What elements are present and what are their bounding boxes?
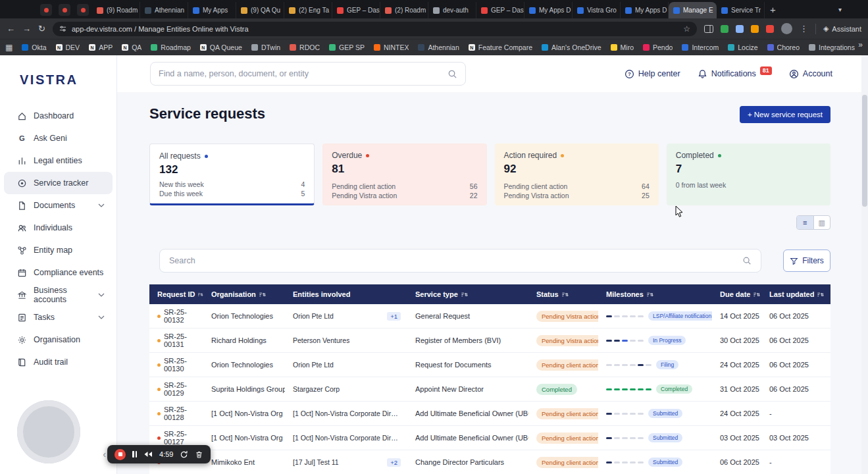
bookmark-item[interactable]: Okta [18, 42, 50, 53]
bookmark-item[interactable]: RDOC [286, 42, 324, 53]
browser-tab[interactable]: My Apps [188, 2, 236, 18]
new-service-request-button[interactable]: + New service request [740, 106, 830, 123]
pinned-tab[interactable] [77, 4, 89, 16]
back-icon[interactable]: ← [7, 24, 15, 33]
browser-tab[interactable]: My Apps D [524, 2, 573, 18]
browser-tab[interactable]: (2) Roadm [380, 2, 428, 18]
extension-icon[interactable] [766, 25, 774, 33]
bookmark-item[interactable]: Miro [607, 42, 638, 53]
table-header-cell[interactable]: Organisation [203, 290, 285, 298]
table-row[interactable]: SR-25-00128 [1 Oct] Non-Vistra Org [1 Oc… [149, 402, 830, 426]
browser-tab[interactable]: Service Tr [717, 2, 765, 18]
bookmark-item[interactable]: NINTEX [370, 42, 413, 53]
bookmark-item[interactable]: N DEV [52, 42, 84, 53]
reload-icon[interactable]: ↻ [38, 24, 45, 33]
kebab-menu-icon[interactable]: ⋮ [800, 24, 808, 33]
bookmark-item[interactable]: N Feature Compare [465, 42, 536, 53]
browser-tab[interactable]: (9) QA Qu [236, 2, 284, 18]
table-search[interactable] [159, 249, 761, 273]
browser-tab[interactable]: Vistra Gro [573, 2, 621, 18]
table-header-cell[interactable]: Request ID [149, 290, 203, 298]
pause-recording-button[interactable] [132, 451, 137, 458]
sort-icon[interactable] [817, 291, 824, 298]
sort-icon[interactable] [197, 291, 203, 298]
tab-list-chevron-icon[interactable]: ▾ [838, 6, 842, 13]
sort-icon[interactable] [461, 291, 468, 298]
sidebar-item-tasks[interactable]: Tasks [4, 306, 113, 329]
notifications-button[interactable]: Notifications 81 [698, 69, 772, 79]
table-header-cell[interactable]: Milestones [598, 290, 712, 298]
board-view-button[interactable]: ▥ [813, 216, 830, 229]
table-row[interactable]: Mimikoko Ent [17 Jul] Test 11 +2 Change … [149, 450, 830, 474]
sort-icon[interactable] [561, 291, 569, 298]
extension-icon[interactable] [736, 25, 744, 33]
table-row[interactable]: SR-25-00130 Orion Technologies Orion Pte… [149, 353, 830, 377]
sidebar-collapse-chevron[interactable]: ‹ [103, 449, 106, 460]
table-row[interactable]: SR-25-00132 Orion Technologies Orion Pte… [149, 304, 830, 329]
table-header-cell[interactable]: Last updated [761, 290, 830, 298]
bookmark-item[interactable]: Pendo [639, 42, 677, 53]
sidebar-item-compliance-events[interactable]: Compliance events [4, 261, 113, 284]
forward-icon[interactable]: → [22, 24, 31, 33]
table-row[interactable]: SR-25-00127 [1 Oct] Non-Vistra Org [1 Oc… [149, 426, 830, 450]
sidebar-item-audit-trail[interactable]: Audit trail [4, 351, 113, 373]
address-bar[interactable]: app-dev.vistra.com / Manage Entities Onl… [53, 22, 697, 36]
bookmark-item[interactable]: Integrations [805, 42, 859, 53]
sidebar-item-ask-geni[interactable]: G Ask Geni [4, 127, 113, 149]
browser-tab[interactable]: (9) Roadm [92, 2, 140, 18]
card-action-required[interactable]: Action required 92 Pending client action… [495, 144, 659, 205]
browser-tab[interactable]: My Apps D [621, 2, 669, 18]
table-header-cell[interactable]: Entities involved [285, 290, 407, 298]
browser-tab[interactable]: Manage E [669, 2, 717, 18]
card-overdue[interactable]: Overdue 81 Pending client action56 Pendi… [322, 144, 486, 205]
table-header-cell[interactable]: Service type [407, 290, 528, 298]
sort-icon[interactable] [259, 291, 266, 298]
bookmark-item[interactable]: Intercom [678, 42, 723, 53]
sidebar-item-entity-map[interactable]: Entity map [4, 239, 113, 261]
scrollbar-thumb[interactable] [862, 95, 867, 207]
browser-tab[interactable]: GEP – Das [332, 2, 380, 18]
extension-icon[interactable] [751, 25, 759, 33]
table-search-input[interactable] [169, 256, 737, 265]
pinned-tab[interactable] [40, 4, 52, 16]
apps-grid-icon[interactable]: ▦ [5, 43, 13, 52]
side-panel-icon[interactable] [704, 25, 713, 33]
user-avatar[interactable] [17, 400, 80, 463]
help-center-button[interactable]: ? Help center [625, 69, 680, 79]
sidebar-item-service-tracker[interactable]: Service tracker [4, 172, 113, 194]
sidebar-item-business-accounts[interactable]: Business accounts [4, 284, 113, 306]
browser-tab[interactable]: (2) Eng Ta [284, 2, 332, 18]
browser-tab[interactable]: Athennian [140, 2, 188, 18]
extension-icon[interactable] [721, 25, 728, 33]
bookmark-item[interactable]: Roadmap [147, 42, 195, 53]
bookmark-item[interactable]: Locize [724, 42, 761, 53]
table-row[interactable]: SR-25-00129 Suprita Holdings Group Starg… [149, 377, 830, 402]
sort-icon[interactable] [646, 291, 653, 298]
assistant-button[interactable]: ◈ Assistant [823, 24, 861, 33]
trash-icon[interactable] [195, 450, 203, 459]
sidebar-item-dashboard[interactable]: Dashboard [4, 105, 113, 127]
list-view-button[interactable]: ≡ [797, 216, 813, 229]
page-scrollbar[interactable] [861, 55, 868, 474]
bookmark-star-icon[interactable]: ☆ [683, 24, 690, 34]
bookmark-item[interactable]: Alan's OneDrive [538, 42, 605, 53]
sidebar-item-individuals[interactable]: Individuals [4, 217, 113, 239]
browser-tab[interactable]: GEP – Das [476, 2, 524, 18]
profile-avatar[interactable] [781, 23, 792, 34]
pinned-tab[interactable] [59, 4, 70, 16]
restart-icon[interactable] [180, 450, 188, 459]
card-completed[interactable]: Completed 7 0 from last week [667, 144, 830, 205]
bookmark-item[interactable]: GEP SP [325, 42, 369, 53]
global-search-input[interactable] [159, 69, 442, 78]
bookmark-item[interactable]: N APP [85, 42, 116, 53]
global-search[interactable] [150, 62, 466, 86]
stop-recording-button[interactable] [115, 449, 126, 460]
sidebar-item-documents[interactable]: Documents [4, 194, 113, 217]
browser-tab[interactable]: dev-auth [428, 2, 476, 18]
bookmark-item[interactable]: Athennian [414, 42, 463, 53]
account-button[interactable]: Account [789, 69, 832, 79]
table-row[interactable]: SR-25-00131 Richard Holdings Peterson Ve… [149, 329, 830, 353]
sort-icon[interactable] [753, 291, 760, 298]
card-all-requests[interactable]: All requests 132 New this week4 Due this… [149, 144, 315, 205]
bookmark-item[interactable]: DTwin [247, 42, 284, 53]
